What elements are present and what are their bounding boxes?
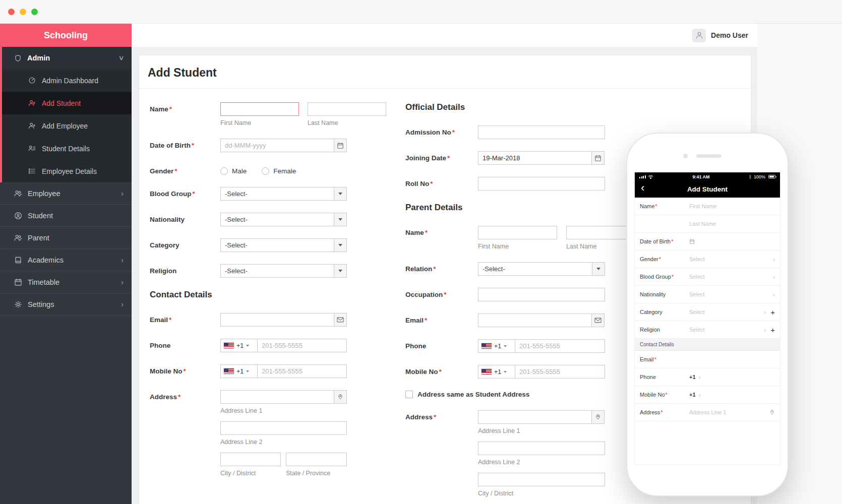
blood-group-select[interactable]: -Select- (220, 187, 347, 201)
field-relation: Relation* -Select- (405, 262, 657, 276)
phone-field-phone[interactable]: Phone +1 › (635, 368, 780, 386)
radio-label: Male (232, 167, 247, 175)
occupation-input[interactable] (478, 288, 605, 301)
user-avatar[interactable] (692, 29, 706, 42)
phone-field-first-name[interactable]: Name* First Name (635, 198, 780, 215)
field-label-roll-no: Roll No* (405, 177, 478, 191)
phone-field-mobile[interactable]: Mobile No* +1 › (635, 386, 780, 404)
parent-address-line1-input[interactable] (478, 410, 592, 424)
chevron-right-icon: › (121, 190, 124, 197)
sidebar-item-employee[interactable]: Employee › (0, 182, 132, 205)
parent-phone-input[interactable] (515, 339, 605, 353)
joining-date-input[interactable] (478, 151, 592, 165)
admission-no-input[interactable] (478, 125, 605, 139)
sidebar-item-academics[interactable]: Academics › (0, 249, 132, 271)
country-code-dropdown[interactable]: +1 (220, 364, 258, 378)
relation-select[interactable]: -Select- (478, 262, 605, 276)
field-label-address: Address* (150, 390, 220, 477)
field-gender: Gender* Male Female (150, 164, 347, 175)
label-text: Gender (640, 256, 658, 262)
add-icon[interactable]: + (770, 326, 775, 334)
field-parent-address: Address* Address Line 1 Address Line 2 C… (405, 410, 657, 497)
sidebar-item-label: Add Employee (42, 122, 88, 130)
location-pin-icon (334, 390, 347, 404)
address-line2-input[interactable] (220, 421, 347, 435)
field-mobile: Mobile No* +1 (150, 364, 347, 378)
phone-field-value: Select (689, 256, 705, 262)
sidebar-item-employee-details[interactable]: Employee Details (2, 160, 132, 182)
phone-field-nationality[interactable]: Nationality Select › (635, 286, 780, 303)
sidebar-group-admin: Admin ˅ Admin Dashboard Add Student Add … (0, 47, 132, 182)
label-text: Category (150, 241, 179, 249)
phone-field-blood-group[interactable]: Blood Group* Select › (635, 268, 780, 286)
phone-camera-icon (683, 154, 688, 158)
country-code-dropdown[interactable]: +1 (478, 339, 515, 353)
phone-field-email[interactable]: Email* (635, 351, 780, 368)
phone-field-gender[interactable]: Gender* Select › (635, 250, 780, 268)
phone-field-address[interactable]: Address* Address Line 1 (635, 404, 780, 421)
window-minimize-button[interactable] (20, 9, 26, 15)
country-code-dropdown[interactable]: +1 (220, 339, 258, 352)
phone-field-religion[interactable]: Religion Select › + (635, 321, 780, 339)
calendar-icon[interactable] (334, 139, 347, 152)
phone-field-last-name[interactable]: Last Name (635, 215, 780, 233)
required-marker: * (655, 203, 657, 209)
sidebar-item-add-student[interactable]: Add Student (2, 92, 132, 114)
email-input[interactable] (220, 313, 334, 327)
state-input[interactable] (286, 453, 347, 466)
phone-field-dob[interactable]: Date of Birth* (635, 233, 780, 250)
label-text: Name (150, 105, 168, 113)
sidebar-item-add-employee[interactable]: Add Employee (2, 114, 132, 137)
sidebar-item-label: Student (28, 212, 53, 220)
user-name[interactable]: Demo User (711, 31, 748, 39)
student-last-name-input[interactable] (308, 102, 386, 116)
sidebar-item-timetable[interactable]: Timetable › (0, 271, 132, 293)
back-chevron-icon[interactable]: ‹ (641, 181, 644, 195)
label-text: Occupation (405, 291, 443, 298)
nationality-select[interactable]: -Select- (220, 213, 347, 226)
phone-field-category[interactable]: Category Select › + (635, 303, 780, 321)
city-input[interactable] (220, 453, 281, 466)
add-icon[interactable]: + (770, 308, 775, 317)
label-text: Phone (640, 374, 656, 380)
parent-address-line2-input[interactable] (478, 442, 605, 455)
address-line1-hint: Address Line 1 (478, 427, 605, 434)
gender-female-radio[interactable]: Female (262, 167, 296, 175)
sidebar-item-settings[interactable]: Settings › (0, 293, 132, 316)
student-first-name-input[interactable] (220, 102, 299, 116)
parent-mobile-input[interactable] (515, 365, 605, 379)
parent-first-name-input[interactable] (478, 226, 557, 239)
dropdown-arrow-icon (334, 238, 347, 252)
chevron-right-icon: › (121, 278, 124, 286)
sidebar-item-student[interactable]: Student (0, 205, 132, 227)
sidebar-item-label: Settings (28, 300, 54, 308)
field-roll-no: Roll No* (405, 177, 657, 191)
parent-email-input[interactable] (478, 313, 592, 327)
mobile-input[interactable] (257, 364, 347, 378)
dob-input[interactable] (220, 139, 334, 152)
dial-code: +1 (236, 342, 244, 349)
phone-input[interactable] (257, 339, 347, 352)
field-label-phone: Phone (150, 339, 220, 352)
window-close-button[interactable] (8, 9, 15, 15)
label-text: Name (405, 229, 424, 236)
sidebar-item-admin[interactable]: Admin ˅ (2, 47, 132, 69)
sidebar-item-student-details[interactable]: Student Details (2, 137, 132, 160)
parent-city-input[interactable] (478, 473, 605, 486)
window-zoom-button[interactable] (31, 9, 38, 15)
category-select[interactable]: -Select- (220, 238, 347, 252)
label-text: Religion (640, 327, 660, 333)
religion-select[interactable]: -Select- (220, 264, 347, 278)
address-line1-input[interactable] (220, 390, 334, 404)
sidebar-item-parent[interactable]: Parent (0, 227, 132, 249)
checkbox-icon[interactable] (405, 391, 413, 398)
same-address-checkbox-row[interactable]: Address same as Student Address (405, 391, 657, 398)
label-text: Date of Birth (640, 238, 671, 244)
sidebar-item-admin-dashboard[interactable]: Admin Dashboard (2, 69, 132, 92)
roll-no-input[interactable] (478, 177, 605, 191)
calendar-icon[interactable] (591, 151, 605, 165)
topbar: Demo User (132, 24, 757, 47)
country-code-dropdown[interactable]: +1 (478, 365, 515, 379)
city-hint: City / District (220, 470, 281, 477)
gender-male-radio[interactable]: Male (220, 167, 247, 175)
